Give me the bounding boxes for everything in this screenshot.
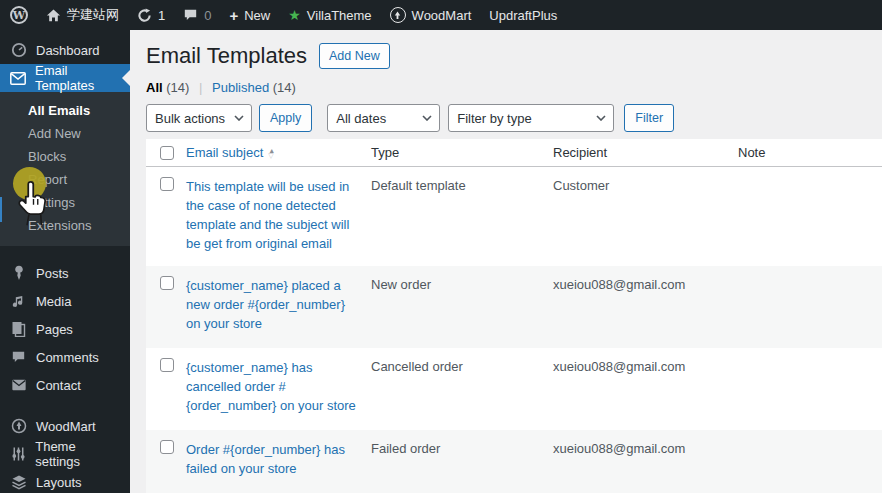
wordpress-menu[interactable]: W — [10, 6, 28, 24]
sidebar-item-media[interactable]: Media — [0, 287, 130, 315]
column-header-type: Type — [371, 145, 553, 160]
recipient-cell: xueiou088@gmail.com — [553, 266, 738, 294]
pages-icon — [10, 321, 27, 337]
admin-bar: W 学建站网 1 0 + New ★ VillaTheme — [0, 0, 882, 30]
woodmart-circle-icon — [10, 418, 27, 434]
note-cell — [738, 167, 882, 177]
submenu-item-report[interactable]: Report — [0, 168, 130, 191]
sidebar-item-contact[interactable]: Contact — [0, 371, 130, 399]
sidebar-item-label: Posts — [36, 266, 69, 281]
sidebar-item-posts[interactable]: Posts — [0, 259, 130, 287]
villatheme-menu[interactable]: ★ VillaTheme — [288, 8, 371, 23]
email-subject-link[interactable]: {customer_name} has cancelled order #{or… — [186, 358, 357, 415]
filter-by-type-select[interactable]: Filter by type — [448, 104, 614, 132]
sidebar-item-label: Media — [36, 294, 71, 309]
site-name-label: 学建站网 — [67, 6, 119, 24]
recipient-cell: Customer — [553, 167, 738, 195]
row-checkbox[interactable] — [160, 177, 174, 191]
row-checkbox[interactable] — [160, 358, 174, 372]
submenu-item-add-new[interactable]: Add New — [0, 122, 130, 145]
home-icon — [46, 8, 61, 23]
chevron-down-icon — [422, 115, 432, 121]
apply-button[interactable]: Apply — [259, 104, 312, 132]
dashboard-icon — [10, 42, 27, 58]
select-all-cell — [146, 139, 186, 166]
contact-envelope-icon — [10, 379, 27, 391]
menu-separator — [0, 399, 130, 412]
add-new-button[interactable]: Add New — [319, 43, 390, 69]
row-checkbox-cell — [146, 430, 186, 454]
column-header-recipient: Recipient — [553, 145, 738, 160]
updates-menu[interactable]: 1 — [137, 8, 165, 23]
sidebar-item-dashboard[interactable]: Dashboard — [0, 36, 130, 64]
submenu-item-blocks[interactable]: Blocks — [0, 145, 130, 168]
sidebar-item-woodmart[interactable]: WoodMart — [0, 412, 130, 440]
main-content: Email Templates Add New All (14) | Publi… — [130, 30, 882, 493]
layers-icon — [10, 474, 27, 490]
table-row: This template will be used in the case o… — [146, 167, 882, 266]
row-checkbox-cell — [146, 167, 186, 191]
sidebar-item-label: Dashboard — [36, 43, 100, 58]
woodmart-icon — [390, 7, 406, 23]
subject-sort-link[interactable]: Email subject ▲ ▽ — [186, 145, 275, 160]
sidebar-item-pages[interactable]: Pages — [0, 315, 130, 343]
view-published-count: (14) — [273, 80, 296, 95]
table-row: {customer_name} has cancelled order #{or… — [146, 348, 882, 430]
sidebar-item-layouts[interactable]: Layouts — [0, 468, 130, 493]
sort-icon: ▲ ▽ — [268, 148, 275, 158]
submenu-item-all-emails[interactable]: All Emails — [0, 99, 130, 122]
page-header: Email Templates Add New — [146, 42, 882, 70]
filter-button[interactable]: Filter — [624, 104, 674, 132]
type-cell: Failed order — [371, 430, 553, 458]
updraftplus-menu[interactable]: UpdraftPlus — [489, 8, 557, 23]
comments-count: 0 — [204, 8, 211, 23]
sidebar-item-comments[interactable]: Comments — [0, 343, 130, 371]
filter-by-type-value: Filter by type — [457, 111, 531, 126]
view-all-count: (14) — [166, 80, 189, 95]
note-cell — [738, 266, 882, 276]
admin-sidebar: Dashboard Email Templates All Emails Add… — [0, 30, 130, 493]
new-label: New — [244, 8, 270, 23]
comment-bubble-icon — [10, 350, 27, 364]
menu-separator — [0, 246, 130, 259]
star-icon: ★ — [288, 8, 301, 22]
recipient-cell: xueiou088@gmail.com — [553, 348, 738, 376]
sidebar-item-label: Email Templates — [35, 63, 120, 93]
bulk-actions-select[interactable]: Bulk actions — [146, 104, 252, 132]
view-separator: | — [199, 80, 202, 95]
sidebar-item-email-templates[interactable]: Email Templates — [0, 64, 130, 92]
menu-hover-indicator — [0, 197, 2, 222]
email-subject-link[interactable]: This template will be used in the case o… — [186, 177, 357, 253]
email-subject-link[interactable]: {customer_name} placed a new order #{ord… — [186, 276, 357, 333]
note-cell — [738, 430, 882, 440]
all-dates-select[interactable]: All dates — [327, 104, 440, 132]
view-links: All (14) | Published (14) — [146, 80, 882, 95]
email-templates-table: Email subject ▲ ▽ Type Recipient Note T — [146, 139, 882, 493]
row-checkbox[interactable] — [160, 276, 174, 290]
all-dates-value: All dates — [336, 111, 386, 126]
sidebar-item-label: Layouts — [36, 475, 82, 490]
wordpress-icon: W — [10, 6, 28, 24]
note-cell — [738, 348, 882, 358]
comments-menu[interactable]: 0 — [183, 8, 211, 23]
site-name-menu[interactable]: 学建站网 — [46, 6, 119, 24]
submenu-item-extensions[interactable]: Extensions — [0, 214, 130, 237]
submenu-item-settings[interactable]: Settings — [0, 191, 130, 214]
new-content-menu[interactable]: + New — [229, 8, 270, 23]
table-row: {customer_name} placed a new order #{ord… — [146, 266, 882, 348]
subject-cell: This template will be used in the case o… — [186, 167, 371, 253]
chevron-down-icon — [596, 115, 606, 121]
select-all-checkbox[interactable] — [160, 146, 174, 160]
sidebar-item-theme-settings[interactable]: Theme settings — [0, 440, 130, 468]
sidebar-item-label: Contact — [36, 378, 81, 393]
table-row: Order #{order_number} has failed on your… — [146, 430, 882, 493]
recipient-cell: xueiou088@gmail.com — [553, 430, 738, 458]
updraftplus-label: UpdraftPlus — [489, 8, 557, 23]
updates-count: 1 — [158, 8, 165, 23]
email-subject-link[interactable]: Order #{order_number} has failed on your… — [186, 440, 357, 478]
wordpress-admin-screen: W 学建站网 1 0 + New ★ VillaTheme — [0, 0, 882, 493]
view-published-link[interactable]: Published — [212, 80, 269, 95]
woodmart-menu[interactable]: WoodMart — [390, 7, 472, 23]
row-checkbox[interactable] — [160, 440, 174, 454]
view-all-link[interactable]: All — [146, 80, 163, 95]
